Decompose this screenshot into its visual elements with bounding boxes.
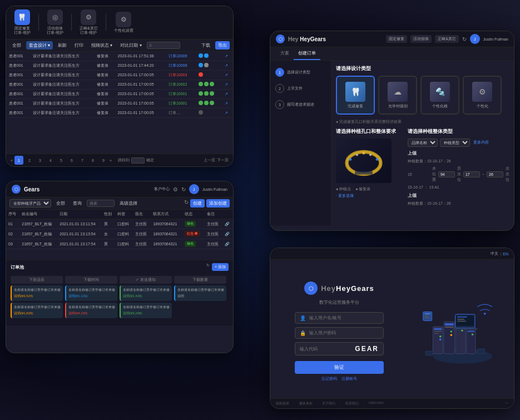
lang-switch[interactable]: EN: [503, 252, 508, 256]
page-5[interactable]: 5: [57, 156, 66, 165]
cell-action[interactable]: ↗: [222, 52, 233, 61]
param-1-input2[interactable]: [463, 171, 480, 177]
toolbar-create[interactable]: 创建: [190, 199, 205, 207]
card-custom[interactable]: ⚙ 个性化: [463, 76, 502, 115]
nav-orthodontics[interactable]: ⚙ 正畸&其它订单·维护: [76, 8, 101, 37]
cell-action[interactable]: ↗: [222, 80, 233, 89]
server-illustration: [403, 287, 503, 376]
page-6[interactable]: 6: [67, 156, 76, 165]
settings-icon[interactable]: ⚙: [173, 186, 178, 192]
table-row[interactable]: 患者001 设计要求备注请关注医生方 修复体 2023-01-01 17:44:…: [6, 61, 233, 70]
step-3[interactable]: 3 描写者追求描述: [273, 97, 328, 112]
kanban-card-1[interactable]: 名称请名称修订美学修订本来修 说明(¥3,524): [11, 285, 63, 301]
card-custom-root[interactable]: 🔩 个性化根: [420, 76, 459, 115]
cell-action[interactable]: ↗: [222, 98, 233, 108]
cell-action[interactable]: ↗: [222, 70, 233, 80]
toolbar-download[interactable]: 下载: [199, 41, 213, 50]
page-4[interactable]: 4: [46, 156, 55, 165]
search-input-bl[interactable]: [87, 200, 115, 207]
refresh-icon[interactable]: ↻: [462, 36, 467, 42]
header-mobile[interactable]: 活动假体: [410, 35, 432, 43]
type-select[interactable]: 种植类型: [440, 139, 470, 147]
toolbar-status[interactable]: 报顾状态 ▾: [88, 41, 115, 50]
nav-fixed-restoration[interactable]: 🦷 固定修复订单·维护: [11, 8, 34, 37]
toolbar-all[interactable]: 全部: [9, 41, 24, 50]
toolbar-refresh[interactable]: 刷新: [55, 41, 70, 50]
username-field[interactable]: 👤 输入用户名/账号: [295, 312, 384, 324]
patient-row[interactable]: 02 21657_BLT_姓编 2021.01.01 13:13:54 女 口腔…: [6, 229, 233, 239]
nav-mobile-prosthetic[interactable]: ◎ 活动假体订单·维护: [43, 8, 67, 37]
kanban-card-7[interactable]: 名称请名称修订美学修订本来修 说明: [174, 285, 226, 301]
kanban-card-6[interactable]: 名称请名称修订美学修订本来修 说明(¥3,209): [120, 303, 172, 318]
toolbar-box-design[interactable]: 套盒设计 ▾: [26, 41, 53, 50]
card-complete-restore[interactable]: 🦷 完成修复: [336, 76, 375, 115]
step-2[interactable]: 2 上字文件: [273, 81, 328, 96]
kanban-card-5[interactable]: 名称请名称修订美学修订本来修 说明(¥1,429): [120, 285, 172, 301]
toolbar-advanced[interactable]: 高级选择: [117, 199, 140, 207]
nav-personalization[interactable]: ⚙ 个性化设置: [111, 11, 137, 34]
toolbar-search[interactable]: [147, 42, 180, 49]
toolbar-print[interactable]: 打印: [72, 41, 86, 50]
page-7[interactable]: 7: [78, 156, 87, 165]
page-prev[interactable]: «: [11, 159, 13, 162]
page-jump-btn[interactable]: 确定: [146, 157, 154, 163]
patient-row[interactable]: 01 21657_BLT_姓编 2021.01.01 13:11:54 男 口腔…: [6, 219, 233, 229]
patient-row[interactable]: 03 21657_BLT_姓编 2021.01.01 13:17:54 男 口腔…: [6, 239, 233, 249]
cell-action[interactable]: ↗: [222, 61, 233, 70]
footer-privacy[interactable]: 隐私政策: [276, 401, 289, 406]
page-8[interactable]: 8: [88, 156, 97, 165]
toolbar-search-bl[interactable]: 查询: [70, 199, 85, 207]
register-link[interactable]: 注册账号: [341, 376, 357, 382]
page-prev-text[interactable]: 上一页: [204, 157, 215, 163]
cell-act[interactable]: 🔗: [222, 219, 233, 229]
kanban-card-3[interactable]: 名称请名称修订美学修订本来修 说明(¥1,123): [65, 285, 117, 301]
cell-action[interactable]: ↗: [222, 89, 233, 98]
login-submit-btn[interactable]: 验证: [295, 361, 384, 374]
footer-contact[interactable]: 联系我们: [345, 401, 359, 406]
page-next[interactable]: »: [110, 159, 112, 162]
toolbar-date[interactable]: 对比日期 ▾: [117, 41, 144, 50]
table-row[interactable]: 患者001 设计要求备注请关注医生方 修复体 2023-01-01 17:00:…: [6, 89, 233, 98]
page-9[interactable]: 9: [99, 156, 108, 165]
param-1-input3[interactable]: [487, 171, 503, 177]
footer-unicash[interactable]: UNICASH: [369, 401, 384, 406]
support-center[interactable]: 客户中心: [154, 186, 170, 192]
step-1[interactable]: 1 选择设计类型: [273, 65, 328, 80]
header-orthodontics[interactable]: 正畸&其它: [435, 35, 459, 43]
tab-plan[interactable]: 方案: [276, 47, 294, 60]
cell-action[interactable]: ↗: [222, 108, 233, 117]
toolbar-all-bl[interactable]: 全部: [53, 199, 68, 207]
header-fixed[interactable]: 固定修复: [386, 35, 407, 43]
toolbar-export[interactable]: 导出: [215, 41, 230, 50]
tab-create-order[interactable]: 创建订单: [294, 47, 320, 60]
filter-select-1[interactable]: 全部种植牙产品: [9, 199, 51, 207]
refresh-icon-tbl[interactable]: ↻: [184, 199, 189, 207]
cell-act[interactable]: 🔗: [222, 229, 233, 239]
table-row[interactable]: 患者001 设计要求备注请关注医生方 修复体 2023-01-01 17:51:…: [6, 52, 233, 61]
password-field[interactable]: 🔒 输入用户密码: [295, 327, 384, 339]
search-more[interactable]: 更多内容: [472, 139, 490, 147]
brand-select[interactable]: 品牌名称: [408, 139, 438, 147]
cell-act[interactable]: 🔗: [222, 239, 233, 249]
footer-about[interactable]: 关于我们: [322, 401, 335, 406]
kanban-add[interactable]: + 添加: [212, 263, 229, 271]
kanban-card-2[interactable]: 名称请名称修订美学修订本来修 说明(¥1,829): [11, 303, 63, 318]
table-row[interactable]: 患者001 设计要求备注请关注医生方 修复体 2023-01-01 17:00:…: [6, 70, 233, 80]
kanban-card-4[interactable]: 名称请名称修订美学修订本来修 说明(¥4,230): [65, 303, 117, 318]
forgot-password-link[interactable]: 忘记密码: [321, 376, 337, 382]
kanban-refresh[interactable]: ↻: [206, 263, 210, 271]
table-row[interactable]: 患者001 设计要求备注请关注医生方 修复体 2023-01-01 17:00:…: [6, 108, 233, 117]
page-3[interactable]: 3: [36, 156, 44, 165]
page-next-text[interactable]: 下一页: [217, 157, 229, 163]
refresh-icon-bl[interactable]: ↻: [181, 186, 186, 192]
param-1-input[interactable]: [438, 171, 455, 177]
page-jump-input[interactable]: [131, 157, 145, 164]
more-info[interactable]: · 更多选项: [336, 193, 403, 199]
footer-terms[interactable]: 服务条款: [299, 401, 313, 406]
page-2[interactable]: 2: [25, 156, 34, 165]
card-optical[interactable]: ☁ 光学对级别: [378, 76, 417, 115]
table-row[interactable]: 患者001 设计要求备注请关注医生方 修复体 2023-01-01 17:00:…: [6, 98, 233, 108]
toolbar-add-patient[interactable]: 添加创建: [206, 199, 230, 207]
page-1[interactable]: 1: [14, 156, 23, 165]
table-row[interactable]: 患者001 设计要求备注请关注医生方 修复体 2023-01-01 17:00:…: [6, 80, 233, 89]
